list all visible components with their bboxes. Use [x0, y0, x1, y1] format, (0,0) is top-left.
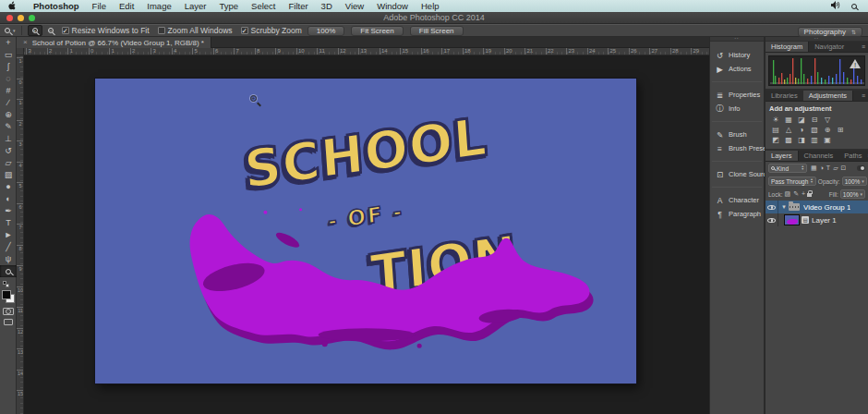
zoom-out-mode-button[interactable] — [48, 28, 54, 33]
active-tool-icon[interactable]: ▾ — [5, 28, 16, 33]
lock-image-pixels-icon[interactable]: ✎ — [793, 189, 799, 199]
adjustment-threshold-icon[interactable]: ◨ — [797, 136, 806, 144]
fill-select[interactable]: 100% ▾ — [840, 189, 865, 199]
filter-smart-objects-icon[interactable]: ⊡ — [841, 164, 847, 173]
default-colors-icon[interactable] — [3, 281, 9, 287]
checkbox-box[interactable] — [158, 27, 165, 34]
opacity-select[interactable]: 100% ▾ — [842, 177, 867, 186]
lock-transparent-pixels-icon[interactable]: ▨ — [785, 189, 791, 199]
quick-selection-tool[interactable]: ◌ — [0, 73, 17, 85]
checkbox-scrubby-zoom[interactable]: ✓Scrubby Zoom — [241, 26, 302, 35]
layer-thumbnail[interactable] — [784, 214, 800, 225]
layer-filter-switch[interactable] — [857, 165, 865, 171]
tab-histogram[interactable]: Histogram — [766, 42, 809, 52]
lock-all-icon[interactable] — [807, 193, 812, 197]
filter-adjustment-layers-icon[interactable]: ◑ — [820, 164, 824, 173]
tab-adjustments[interactable]: Adjustments — [803, 91, 853, 101]
spotlight-search-icon[interactable] — [851, 4, 857, 9]
panel-button-properties[interactable]: ≣Properties — [710, 88, 764, 102]
adjustment-levels-icon[interactable]: ▦ — [784, 116, 793, 124]
adjustments-panel-menu-icon[interactable]: ≡ — [862, 91, 868, 101]
panel-button-actions[interactable]: ▶Actions — [710, 62, 764, 76]
eyedropper-tool[interactable]: ∕ — [0, 97, 17, 109]
panel-button-info[interactable]: ⓘInfo — [710, 102, 764, 116]
document-tab[interactable]: × School of Potion @ 66.7% (Video Group … — [17, 37, 211, 48]
panel-button-brush-presets[interactable]: ≡Brush Prese... — [710, 141, 764, 155]
checkbox-resize-windows-to-fit[interactable]: ✓Resize Windows to Fit — [62, 26, 150, 35]
filter-shape-layers-icon[interactable]: ▱ — [833, 164, 838, 173]
adjustment-hue-saturation-icon[interactable]: ▤ — [771, 126, 780, 134]
lasso-tool[interactable]: ʃ — [0, 61, 17, 73]
cached-data-warning-icon[interactable]: ! — [848, 58, 862, 69]
adjustment-invert-icon[interactable]: ◩ — [771, 136, 780, 144]
layer-row-video-group-1[interactable]: ▼Video Group 1 — [766, 201, 868, 213]
gradient-tool[interactable]: ▨ — [0, 169, 17, 181]
fit-screen-button[interactable]: Fit Screen — [351, 26, 403, 36]
quick-mask-button[interactable] — [3, 308, 14, 315]
marquee-tool[interactable]: ▭ — [0, 49, 17, 61]
adjustment-exposure-icon[interactable]: ⊟ — [810, 116, 819, 124]
panel-button-brush[interactable]: ✎Brush — [710, 128, 764, 141]
adjustment-photo-filter-icon[interactable]: ▧ — [810, 126, 819, 134]
clone-stamp-tool[interactable]: ⊥ — [0, 133, 17, 145]
adjustment-brightness-contrast-icon[interactable]: ☀ — [771, 116, 780, 124]
fill-screen-button[interactable]: Fill Screen — [410, 26, 464, 36]
volume-icon[interactable] — [831, 1, 840, 11]
hand-tool[interactable]: ψ — [0, 253, 17, 265]
move-tool[interactable]: + — [0, 37, 17, 49]
menu-item-select[interactable]: Select — [245, 1, 282, 11]
history-brush-tool[interactable]: ↺ — [0, 145, 17, 157]
menu-item-window[interactable]: Window — [370, 1, 415, 11]
menu-item-type[interactable]: Type — [212, 1, 245, 11]
foreground-color-swatch[interactable] — [2, 290, 11, 299]
tab-close-icon[interactable]: × — [23, 39, 28, 46]
menu-item-image[interactable]: Image — [140, 1, 177, 11]
tab-channels[interactable]: Channels — [799, 151, 839, 161]
menu-item-filter[interactable]: Filter — [282, 1, 314, 11]
visibility-toggle[interactable] — [766, 213, 778, 226]
blur-tool[interactable]: ● — [0, 181, 17, 193]
panel-button-character[interactable]: ACharacter — [710, 193, 764, 207]
menu-item-3d[interactable]: 3D — [315, 1, 339, 11]
tab-layers[interactable]: Layers — [766, 151, 799, 161]
layer-filter-kind-select[interactable]: Kind ▲▼ — [768, 164, 807, 173]
checkbox-box[interactable]: ✓ — [62, 27, 69, 34]
lock-position-icon[interactable]: + — [802, 189, 805, 199]
checkbox-zoom-all-windows[interactable]: Zoom All Windows — [158, 26, 233, 35]
tab-libraries[interactable]: Libraries — [766, 91, 803, 101]
tab-paths[interactable]: Paths — [838, 151, 867, 161]
pen-tool[interactable]: ✒ — [0, 205, 17, 217]
apple-menu-icon[interactable] — [7, 1, 18, 11]
zoom-tool[interactable] — [0, 265, 17, 277]
menu-item-layer[interactable]: Layer — [178, 1, 213, 11]
adjustment-channel-mixer-icon[interactable]: ⊕ — [823, 126, 832, 134]
workspace-switcher[interactable]: Photography ⇅ — [798, 27, 862, 37]
menu-item-edit[interactable]: Edit — [113, 1, 140, 11]
crop-tool[interactable]: # — [0, 85, 17, 97]
adjustment-vibrance-icon[interactable]: ▽ — [823, 116, 832, 124]
blend-mode-select[interactable]: Pass Through ▲▼ — [768, 177, 816, 186]
menu-item-help[interactable]: Help — [415, 1, 446, 11]
dodge-tool[interactable]: ◐ — [0, 193, 17, 205]
zoom-in-mode-button[interactable] — [28, 25, 42, 36]
adjustment-color-lookup-icon[interactable]: ⊞ — [836, 126, 845, 134]
checkbox-box[interactable]: ✓ — [241, 27, 248, 34]
canvas[interactable]: SCHOOL - OF - TION — [95, 79, 636, 384]
filter-pixel-layers-icon[interactable]: ▦ — [811, 164, 817, 173]
adjustment-curves-icon[interactable]: ◪ — [797, 116, 806, 124]
disclosure-triangle-icon[interactable]: ▼ — [778, 204, 789, 210]
tab-navigator[interactable]: Navigator — [809, 42, 850, 52]
panel-button-clone-source[interactable]: ⊡Clone Source — [710, 167, 764, 181]
menu-item-file[interactable]: File — [86, 1, 113, 11]
type-tool[interactable]: T — [0, 217, 17, 229]
ruler-origin-corner[interactable] — [17, 48, 24, 55]
panel-button-paragraph[interactable]: ¶Paragraph — [710, 207, 764, 221]
adjustment-gradient-map-icon[interactable]: ▥ — [810, 136, 819, 144]
filter-type-layers-icon[interactable]: T — [826, 164, 830, 173]
screen-mode-button[interactable] — [4, 319, 13, 325]
eraser-tool[interactable]: ▱ — [0, 157, 17, 169]
vertical-ruler[interactable]: 10123456789101112131415 — [17, 55, 24, 414]
histogram-panel-menu-icon[interactable]: ≡ — [862, 42, 868, 52]
path-selection-tool[interactable]: ► — [0, 229, 17, 241]
adjustment-black-white-icon[interactable]: ◑ — [797, 126, 806, 134]
